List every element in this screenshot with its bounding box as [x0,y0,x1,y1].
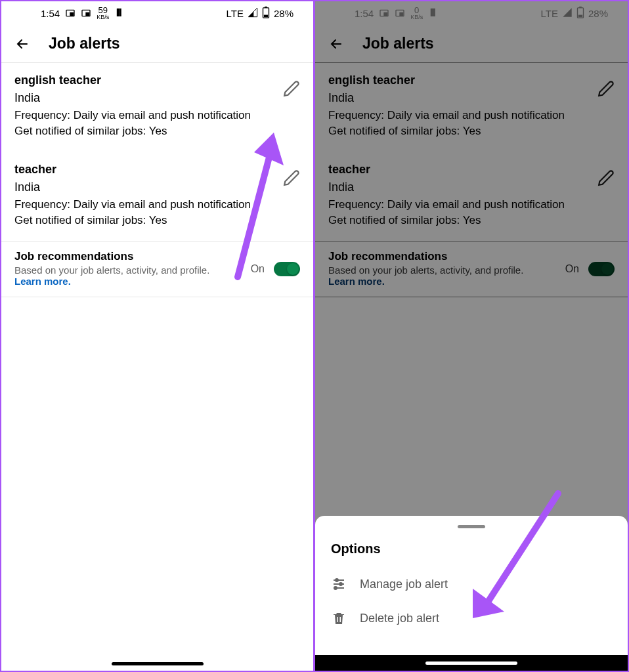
status-kbps: 59KB/s [97,6,109,20]
alert-title: teacher [14,163,56,177]
svg-rect-5 [265,7,267,8]
svg-point-19 [334,587,337,589]
sheet-handle[interactable] [458,525,485,528]
alert-similar: Get notified of similar jobs: Yes [14,214,300,227]
alert-item-1[interactable]: teacher India Frequency: Daily via email… [1,152,313,242]
delete-label: Delete job alert [360,612,439,625]
home-indicator[interactable] [112,662,204,665]
rec-title: Job recommendations [14,250,209,263]
alert-title: english teacher [14,74,101,87]
network-label: LTE [227,8,244,19]
alert-location: India [14,91,101,105]
alerts-list: english teacher India Frequency: Daily v… [1,63,313,671]
nav-bar [315,655,628,671]
header: Job alerts [1,25,313,63]
rec-subtitle: Based on your job alerts, activity, and … [14,264,209,276]
learn-more-link[interactable]: Learn more. [14,276,71,287]
svg-rect-3 [86,12,89,15]
svg-rect-6 [264,14,268,17]
back-icon[interactable] [14,36,30,52]
alert-frequency: Frequency: Daily via email and push noti… [14,109,300,122]
trash-icon [331,610,347,626]
pip-icon-2 [81,8,91,18]
page-title: Job alerts [49,35,120,52]
svg-rect-21 [340,617,341,622]
alert-similar: Get notified of similar jobs: Yes [14,125,300,138]
signal-icon [248,7,258,20]
recommendations-section: Job recommendations Based on your job al… [1,242,313,297]
phone-right: 1:54 0KB/s ▐▌ LTE 28% Job alerts [314,0,629,672]
recommendations-toggle[interactable] [274,262,300,276]
manage-alert-option[interactable]: Manage job alert [315,567,628,601]
svg-point-18 [339,583,342,585]
edit-icon[interactable] [283,80,300,97]
home-indicator[interactable] [425,662,517,665]
alert-item-0[interactable]: english teacher India Frequency: Daily v… [1,63,313,152]
pause-icon: ▐▌ [114,9,123,16]
battery-pct: 28% [274,8,293,19]
status-time: 1:54 [41,8,60,19]
pip-icon-1 [65,8,76,18]
phone-left: 1:54 59KB/s ▐▌ LTE 28% Job alerts eng [0,0,314,672]
alert-frequency: Frequency: Daily via email and push noti… [14,198,300,211]
delete-alert-option[interactable]: Delete job alert [315,601,628,635]
manage-label: Manage job alert [360,578,448,591]
edit-icon[interactable] [283,169,300,186]
options-bottom-sheet: Options Manage job alert Delete job aler… [315,516,628,655]
svg-rect-20 [337,617,338,622]
svg-point-17 [336,579,338,581]
status-bar: 1:54 59KB/s ▐▌ LTE 28% [1,1,313,25]
sheet-title: Options [315,541,628,567]
battery-icon [262,7,270,20]
toggle-label: On [251,263,265,275]
alert-location: India [14,180,56,194]
svg-rect-1 [70,12,74,15]
sliders-icon [331,576,347,592]
